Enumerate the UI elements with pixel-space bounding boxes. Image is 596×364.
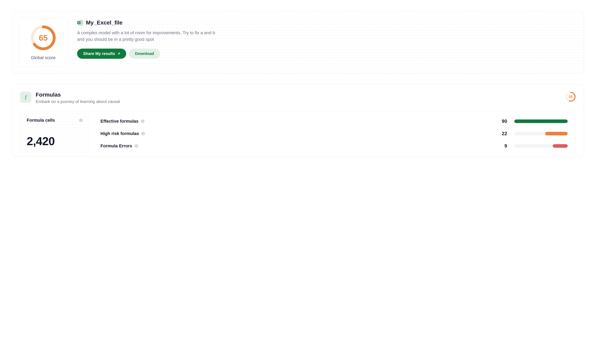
metric-label: Effective formulasi: [100, 119, 150, 124]
formula-cells-count: 2,420: [27, 134, 83, 148]
metric-value: 22: [497, 131, 507, 136]
file-name: My_Excel_file: [86, 20, 123, 26]
metric-bar: [514, 132, 568, 135]
metric-fill: [553, 144, 568, 148]
metric-value: 90: [497, 118, 507, 124]
download-button[interactable]: Download: [129, 49, 160, 59]
info-icon[interactable]: i: [79, 118, 83, 122]
metric-label-text: Formula Errors: [100, 143, 132, 149]
global-score-card: 65 Global score My_Excel_file A complex …: [12, 11, 584, 73]
share-button-label: Share My results: [83, 51, 115, 56]
metric-fill: [545, 132, 568, 135]
formulas-title-block: Formulas Embark on a journey of learning…: [36, 92, 561, 104]
info-icon[interactable]: i: [141, 119, 144, 123]
global-score-value: 65: [39, 33, 48, 42]
formulas-subtitle: Embark on a journey of learning about ca…: [36, 99, 561, 104]
formulas-score-value: 55: [569, 95, 573, 99]
global-score-label: Global score: [31, 55, 56, 60]
formula-cells-label: Formula cells: [27, 118, 55, 123]
formulas-body: Formula cells i 2,420 Effective formulas…: [20, 111, 576, 157]
metric-label: Formula Errorsi: [100, 143, 150, 149]
metric-row: High risk formulasi22: [100, 131, 568, 136]
metric-bar: [514, 119, 568, 123]
share-results-button[interactable]: Share My results: [77, 49, 126, 59]
metrics-panel: Effective formulasi90High risk formulasi…: [89, 111, 576, 157]
metric-row: Effective formulasi90: [100, 118, 568, 124]
metric-label-text: High risk formulas: [100, 131, 139, 136]
score-box: 65 Global score: [19, 18, 67, 66]
download-button-label: Download: [135, 51, 154, 56]
button-row: Share My results Download: [77, 49, 576, 59]
info-icon[interactable]: i: [134, 144, 138, 148]
metric-fill: [514, 119, 568, 123]
file-description: A complex model with a lot of room for i…: [77, 29, 217, 43]
formulas-header: f Formulas Embark on a journey of learni…: [20, 92, 576, 104]
formulas-title: Formulas: [36, 92, 561, 98]
arrow-up-right-icon: [117, 52, 120, 55]
formula-cells-panel: Formula cells i 2,420: [20, 111, 89, 157]
metric-label: High risk formulasi: [100, 131, 150, 136]
cells-label-row: Formula cells i: [27, 118, 83, 123]
metric-bar: [514, 144, 568, 148]
excel-file-icon: [77, 20, 83, 26]
file-title-row: My_Excel_file: [77, 20, 576, 26]
info-icon[interactable]: i: [141, 132, 145, 135]
file-section: My_Excel_file A complex model with a lot…: [77, 18, 576, 59]
formulas-score-ring: 55: [566, 92, 576, 102]
metric-row: Formula Errorsi9: [100, 143, 568, 149]
metric-value: 9: [497, 143, 507, 149]
formulas-card: f Formulas Embark on a journey of learni…: [12, 84, 584, 157]
metric-label-text: Effective formulas: [100, 119, 139, 124]
global-score-ring: 65: [30, 25, 56, 51]
formula-icon: f: [20, 92, 31, 103]
